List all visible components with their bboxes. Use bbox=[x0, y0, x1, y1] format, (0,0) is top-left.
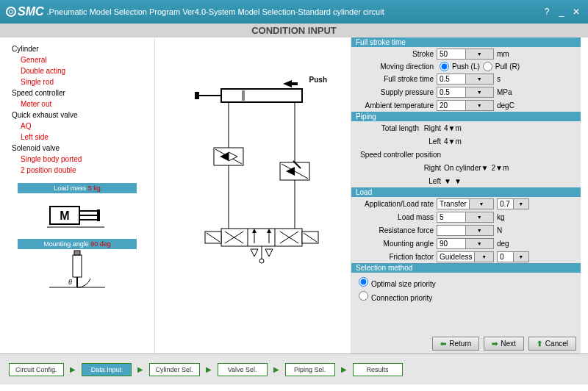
svg-rect-9 bbox=[73, 255, 82, 277]
totlen-l-unit: m bbox=[455, 137, 461, 146]
scpos-left-input[interactable]: ▼ bbox=[444, 177, 451, 185]
config-tree: CylinderGeneralDouble actingSingle rodSp… bbox=[4, 43, 150, 176]
ambient-label: Ambient temperature bbox=[356, 101, 437, 110]
optimal-label: Optimal size priority bbox=[371, 280, 436, 288]
loadmass-diagram: M bbox=[18, 195, 137, 236]
form-panel: Full stroke time Stroke 50▼ mm Moving di… bbox=[351, 37, 581, 354]
main-area: CylinderGeneralDouble actingSingle rodSp… bbox=[0, 37, 588, 354]
supply-label: Supply pressure bbox=[356, 88, 437, 96]
supply-input[interactable]: 0.5▼ bbox=[437, 87, 494, 98]
return-button[interactable]: ⬅Return bbox=[432, 337, 479, 351]
window-title: .Pneumatic Model Selection Program Ver4.… bbox=[47, 7, 541, 16]
ambient-unit: degC bbox=[497, 101, 517, 110]
supply-unit: MPa bbox=[497, 88, 517, 96]
loadmass-bar-value: 5 kg bbox=[88, 184, 101, 192]
close-button[interactable]: ✕ bbox=[570, 7, 582, 17]
mount-input[interactable]: 90▼ bbox=[437, 238, 494, 249]
title-bar: SMC .Pneumatic Model Selection Program V… bbox=[0, 0, 588, 24]
step-footer: Circuit Config.▶Data Input▶Cylinder Sel.… bbox=[0, 354, 588, 384]
cancel-button[interactable]: ⬆Cancel bbox=[528, 337, 576, 351]
step-data-input[interactable]: Data Input bbox=[82, 363, 132, 376]
loadmass-input[interactable]: 5▼ bbox=[437, 212, 494, 223]
loadmass-label: Load mass bbox=[356, 213, 437, 221]
totlen-left-input[interactable]: 4▼ bbox=[444, 137, 455, 146]
fulltime-unit: s bbox=[497, 75, 517, 83]
resist-label: Resistance force bbox=[356, 226, 437, 234]
push-label: Push bbox=[309, 76, 327, 84]
svg-text:θ: θ bbox=[68, 279, 72, 286]
svg-rect-13 bbox=[242, 90, 245, 101]
tree-item[interactable]: Single rod bbox=[12, 76, 150, 87]
totlen-right-input[interactable]: 4▼ bbox=[444, 124, 455, 132]
step-piping-sel-[interactable]: Piping Sel. bbox=[285, 363, 335, 376]
tree-item[interactable]: Meter out bbox=[12, 98, 150, 110]
section-piping: Piping bbox=[351, 112, 581, 121]
pneumatic-schematic-icon bbox=[155, 52, 346, 273]
optimal-radio[interactable] bbox=[359, 277, 368, 287]
tree-item[interactable]: Quick exhaust valve bbox=[12, 110, 150, 121]
apprate-val2-input[interactable]: 0.7▼ bbox=[497, 198, 529, 209]
stroke-unit: mm bbox=[497, 50, 517, 58]
fric-val2-input[interactable]: 0▼ bbox=[497, 251, 529, 262]
svg-marker-46 bbox=[283, 80, 298, 87]
movedir-pull-radio[interactable] bbox=[483, 62, 492, 71]
connection-label: Connection priority bbox=[371, 294, 432, 302]
scpos-right-input[interactable]: On cylinder▼ bbox=[444, 164, 488, 172]
scpos-left-val-input[interactable]: ▼ bbox=[454, 177, 462, 185]
scpos-left-label: Left bbox=[422, 177, 444, 185]
tree-item[interactable]: Left side bbox=[12, 132, 150, 143]
resist-input[interactable]: ▼ bbox=[437, 225, 494, 236]
step-results[interactable]: Results bbox=[353, 363, 403, 376]
apprate-input[interactable]: Transfer▼ bbox=[437, 198, 494, 209]
totlen-r-unit: m bbox=[455, 124, 461, 132]
next-button[interactable]: ➡Next bbox=[484, 337, 524, 351]
tree-item[interactable]: Solenoid valve bbox=[12, 143, 150, 154]
tree-item[interactable]: General bbox=[12, 54, 150, 65]
step-arrow-icon: ▶ bbox=[206, 365, 212, 373]
resist-unit: N bbox=[497, 226, 517, 234]
tree-item[interactable]: Double acting bbox=[12, 65, 150, 76]
fulltime-input[interactable]: 0.5▼ bbox=[437, 73, 494, 85]
fulltime-label: Full stroke time bbox=[356, 75, 437, 83]
push-arrow-icon bbox=[283, 77, 298, 90]
step-arrow-icon: ▶ bbox=[341, 365, 347, 373]
connection-priority-option[interactable]: Connection priority bbox=[359, 290, 573, 304]
page-header: CONDITION INPUT bbox=[0, 24, 588, 37]
minimize-button[interactable]: _ bbox=[556, 7, 567, 17]
tree-item[interactable]: Single body ported bbox=[12, 154, 150, 165]
right-label: Right bbox=[422, 124, 444, 132]
loadmass-bar: Load mass 5 kg bbox=[18, 183, 137, 193]
optimal-priority-option[interactable]: Optimal size priority bbox=[359, 276, 573, 290]
apprate-label: Application/Load rate bbox=[356, 200, 437, 208]
step-cylinder-sel-[interactable]: Cylinder Sel. bbox=[149, 363, 200, 376]
scpos-right-label: Right bbox=[422, 164, 444, 172]
movedir-push-radio[interactable] bbox=[440, 62, 449, 71]
svg-text:M: M bbox=[60, 209, 69, 222]
svg-rect-15 bbox=[195, 92, 199, 99]
window-controls: ? _ ✕ bbox=[541, 7, 582, 17]
movedir-pull-label: Pull (R) bbox=[495, 62, 520, 71]
step-circuit-config-[interactable]: Circuit Config. bbox=[9, 363, 64, 376]
ambient-input[interactable]: 20▼ bbox=[437, 100, 494, 111]
tree-item[interactable]: 2 position double bbox=[12, 165, 150, 176]
scpos-right-val-input[interactable]: 2▼ bbox=[491, 164, 502, 172]
svg-rect-12 bbox=[221, 89, 302, 102]
left-panel: CylinderGeneralDouble actingSingle rodSp… bbox=[0, 37, 154, 354]
mountangle-bar: Mounting angle 90 deg bbox=[18, 239, 137, 249]
tree-item[interactable]: Cylinder bbox=[12, 43, 150, 54]
tree-item[interactable]: AQ bbox=[12, 121, 150, 132]
fric-input[interactable]: Guideless▼ bbox=[437, 251, 494, 262]
mount-label: Mounting angle bbox=[356, 240, 437, 248]
tree-item[interactable]: Speed controller bbox=[12, 87, 150, 98]
stroke-input[interactable]: 50▼ bbox=[437, 49, 494, 60]
svg-rect-27 bbox=[221, 229, 302, 246]
svg-rect-10 bbox=[74, 251, 80, 255]
step-valve-sel-[interactable]: Valve Sel. bbox=[218, 363, 268, 376]
scpos-unit: m bbox=[503, 164, 509, 172]
loadmass-unit: kg bbox=[497, 213, 517, 221]
arrow-right-icon: ➡ bbox=[492, 340, 498, 348]
connection-radio[interactable] bbox=[359, 291, 368, 301]
mountangle-bar-label: Mounting angle bbox=[43, 240, 89, 248]
step-arrow-icon: ▶ bbox=[70, 365, 76, 373]
help-button[interactable]: ? bbox=[541, 7, 553, 17]
